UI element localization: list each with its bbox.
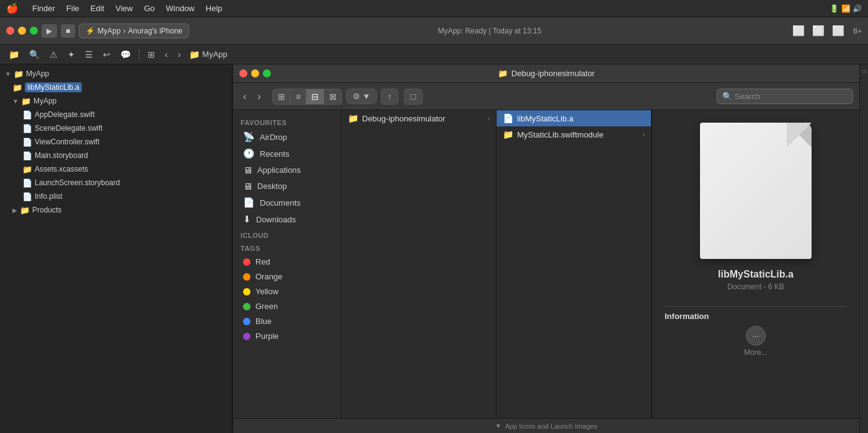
back-btn[interactable]: ‹ bbox=[161, 48, 172, 61]
apple-logo-icon[interactable]: 🍎 bbox=[6, 2, 19, 14]
column-item-debug-iphonesimulator[interactable]: 📁 Debug-iphonesimulator › bbox=[342, 110, 496, 126]
finder-tl-red[interactable] bbox=[239, 69, 247, 77]
sidebar-tag-red[interactable]: Red bbox=[236, 255, 339, 269]
more-label: More... bbox=[744, 348, 767, 357]
sidebar-tag-orange[interactable]: Orange bbox=[236, 269, 339, 284]
launchscreen-icon: 📄 bbox=[22, 178, 32, 188]
file-appdelegate[interactable]: 📄 AppDelegate.swift bbox=[0, 108, 232, 121]
search-input[interactable] bbox=[735, 92, 848, 101]
stop-button[interactable]: ■ bbox=[61, 24, 75, 38]
debug-toggle-button[interactable]: ⬜ bbox=[810, 22, 827, 39]
plist-icon: 📄 bbox=[22, 192, 32, 201]
recents-label: Recents bbox=[260, 149, 290, 159]
menu-file[interactable]: File bbox=[66, 4, 79, 13]
finder-search-box[interactable]: 🔍 bbox=[717, 89, 853, 104]
scheme-selector[interactable]: ⚡ MyApp › Anurag's iPhone bbox=[79, 24, 189, 38]
forward-btn[interactable]: › bbox=[174, 48, 185, 61]
sidebar-item-recents[interactable]: 🕐 Recents bbox=[236, 146, 339, 162]
traffic-light-red[interactable] bbox=[6, 27, 14, 35]
sidebar-tag-green[interactable]: Green bbox=[236, 299, 339, 313]
sidebar-tag-purple[interactable]: Purple bbox=[236, 329, 339, 343]
xcode-toolbar: ▶ ■ ⚡ MyApp › Anurag's iPhone MyApp: Rea… bbox=[0, 17, 868, 45]
finder-gallery-view-btn[interactable]: ⊠ bbox=[324, 89, 342, 104]
search-navigator-btn[interactable]: 🔍 bbox=[25, 48, 43, 61]
sidebar-item-downloads[interactable]: ⬇ Downloads bbox=[236, 211, 339, 227]
recents-icon: 🕐 bbox=[243, 148, 255, 159]
bottom-bar-label: App Icons and Launch Images bbox=[505, 422, 598, 430]
file-tree-root[interactable]: ▼ 📁 MyApp bbox=[0, 67, 232, 81]
tag-red-label: Red bbox=[255, 257, 270, 266]
play-button[interactable]: ▶ bbox=[42, 24, 57, 38]
report-navigator-btn[interactable]: 💬 bbox=[117, 48, 135, 61]
menu-right-icons: 🔋 📶 🔊 bbox=[830, 4, 862, 13]
finder-column-view-btn[interactable]: ⊟ bbox=[306, 89, 324, 104]
finder-forward-btn[interactable]: › bbox=[254, 89, 264, 105]
finder-icon-view-btn[interactable]: ⊞ bbox=[273, 89, 291, 104]
file-col-icon: 📄 bbox=[503, 113, 513, 123]
finder-tl-green[interactable] bbox=[263, 69, 271, 77]
finder-action-settings-btn[interactable]: ⚙ ▼ bbox=[347, 89, 376, 103]
finder-tl-yellow[interactable] bbox=[251, 69, 259, 77]
finder-list-view-btn[interactable]: ≡ bbox=[291, 89, 306, 104]
viewcontroller-name: ViewController.swift bbox=[35, 138, 99, 146]
search-icon: 🔍 bbox=[722, 92, 732, 101]
icloud-label: iCloud bbox=[233, 228, 341, 241]
purple-dot bbox=[243, 333, 250, 340]
applications-icon: 🖥 bbox=[243, 165, 252, 175]
documents-label: Documents bbox=[260, 198, 301, 208]
file-infoplist[interactable]: 📄 Info.plist bbox=[0, 190, 232, 203]
tag-orange-label: Orange bbox=[255, 272, 282, 281]
finder-back-btn[interactable]: ‹ bbox=[239, 89, 250, 105]
launchscreen-name: LaunchScreen.storyboard bbox=[35, 178, 120, 187]
test-navigator-btn[interactable]: ✦ bbox=[64, 48, 79, 61]
file-viewcontroller[interactable]: 📄 ViewController.swift bbox=[0, 135, 232, 149]
file-tree-libmystaticlib[interactable]: 📁 libMyStaticLib.a bbox=[0, 81, 232, 94]
file-main-storyboard[interactable]: 📄 Main.storyboard bbox=[0, 149, 232, 162]
navigator-toggle-button[interactable]: ⬜ bbox=[790, 22, 807, 39]
column-item-swiftmodule[interactable]: 📁 MyStaticLib.swiftmodule › bbox=[497, 126, 651, 142]
sidebar-item-applications[interactable]: 🖥 Applications bbox=[236, 162, 339, 178]
menu-view[interactable]: View bbox=[115, 4, 133, 13]
destination-name: Anurag's iPhone bbox=[128, 27, 183, 35]
sidebar-item-desktop[interactable]: 🖥 Desktop bbox=[236, 178, 339, 194]
inspector-toggle-button[interactable]: ⬜ bbox=[830, 22, 847, 39]
menu-help[interactable]: Help bbox=[206, 4, 223, 13]
documents-icon: 📄 bbox=[243, 197, 255, 208]
menu-edit[interactable]: Edit bbox=[91, 4, 104, 13]
more-button[interactable]: ··· bbox=[746, 326, 766, 346]
breakpoint-navigator-btn[interactable]: ↩ bbox=[99, 48, 114, 61]
desktop-icon: 🖥 bbox=[243, 181, 252, 191]
libmystaticlib-col-name: libMyStaticLib.a bbox=[517, 114, 645, 123]
file-tree-myapp-subfolder[interactable]: ▼ 📁 MyApp bbox=[0, 94, 232, 108]
file-assets[interactable]: 📁 Assets.xcassets bbox=[0, 162, 232, 176]
finder-share-btn[interactable]: ↑ bbox=[381, 89, 399, 105]
main-layout: ▼ 📁 MyApp 📁 libMyStaticLib.a ▼ 📁 MyApp 📄… bbox=[0, 64, 868, 433]
column-item-libmystaticlib[interactable]: 📄 libMyStaticLib.a bbox=[497, 110, 651, 126]
sidebar-tag-blue[interactable]: Blue bbox=[236, 314, 339, 328]
finder-window: 📁 Debug-iphonesimulator ‹ › ⊞ ≡ ⊟ ⊠ ⚙ ▼ … bbox=[232, 64, 859, 433]
traffic-light-yellow[interactable] bbox=[18, 27, 26, 35]
finder-action-group: ⚙ ▼ bbox=[346, 89, 377, 104]
finder-preview-toggle-btn[interactable]: □ bbox=[404, 89, 422, 105]
airdrop-icon: 📡 bbox=[243, 131, 255, 142]
issue-navigator-btn[interactable]: ⚠ bbox=[46, 48, 61, 61]
grid-view-btn[interactable]: ⊞ bbox=[144, 48, 159, 61]
tag-purple-label: Purple bbox=[255, 331, 279, 341]
sidebar-item-airdrop[interactable]: 📡 AirDrop bbox=[236, 129, 339, 145]
file-scenedelegate[interactable]: 📄 SceneDelegate.swift bbox=[0, 121, 232, 135]
applications-label: Applications bbox=[257, 165, 301, 175]
folder-navigator-btn[interactable]: 📁 bbox=[5, 48, 23, 61]
extensions-button[interactable]: B+ bbox=[853, 22, 862, 40]
sidebar-item-documents[interactable]: 📄 Documents bbox=[236, 195, 339, 211]
menu-go[interactable]: Go bbox=[144, 4, 154, 13]
sidebar-tag-yellow[interactable]: Yellow bbox=[236, 284, 339, 299]
tag-green-label: Green bbox=[255, 302, 278, 311]
breadcrumb-icon: 📁 bbox=[189, 50, 200, 59]
traffic-light-green[interactable] bbox=[30, 27, 38, 35]
debug-navigator-btn[interactable]: ☰ bbox=[81, 48, 97, 61]
menu-window[interactable]: Window bbox=[166, 4, 195, 13]
red-dot bbox=[243, 258, 250, 266]
file-tree-products[interactable]: ▶ 📁 Products bbox=[0, 203, 232, 217]
file-launchscreen[interactable]: 📄 LaunchScreen.storyboard bbox=[0, 176, 232, 190]
menu-finder[interactable]: Finder bbox=[32, 4, 55, 13]
